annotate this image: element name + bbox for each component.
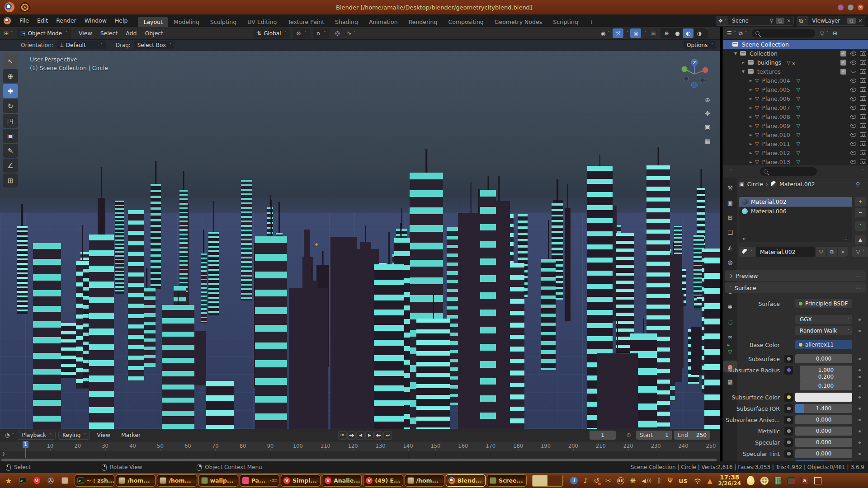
disclosure-right-icon[interactable]: ►	[749, 160, 753, 164]
next-keyframe-button[interactable]: ◆▸	[374, 431, 383, 440]
books-icon[interactable]	[788, 477, 795, 484]
keyframe-decorator-dot[interactable]	[859, 376, 861, 378]
expand-arrow-icon[interactable]: ►	[727, 343, 730, 347]
tab-rendering[interactable]: Rendering	[403, 17, 443, 27]
disclosure-right-icon[interactable]: ►	[741, 61, 745, 65]
eye-visibility-icon[interactable]	[848, 115, 858, 119]
camera-render-icon[interactable]	[858, 160, 868, 164]
info-icon[interactable]: i	[570, 477, 578, 484]
property-field-subsurface-color[interactable]	[795, 393, 852, 402]
timeline-editor-dropdown[interactable]: ◔˅	[4, 431, 15, 440]
pause-icon[interactable]: ▮▮	[617, 477, 624, 484]
frame-start-field[interactable]: Start1	[636, 431, 672, 440]
timeline-view-menu[interactable]: View	[93, 429, 114, 441]
bluetooth-icon[interactable]: ᛒ	[657, 477, 661, 485]
frame-end-field[interactable]: End250	[674, 431, 710, 440]
disclosure-down-icon[interactable]: ▼	[733, 52, 738, 56]
window-shade-button[interactable]	[838, 5, 844, 10]
pin-icon[interactable]: ⚲	[856, 181, 860, 188]
notification-bulb-icon[interactable]: ❋	[630, 477, 636, 485]
properties-tab-scene[interactable]: ◭	[723, 241, 737, 253]
properties-tab-output[interactable]: ⊟	[723, 211, 737, 223]
viewlayer-selector[interactable]: ⧉˅ ViewLayer ⧉ ×	[797, 16, 865, 26]
editor-type-dropdown[interactable]: ⊞˅	[3, 28, 14, 38]
outliner-row-collection[interactable]: ▼Collection✓	[723, 49, 868, 58]
keyframe-decorator-dot[interactable]	[859, 441, 861, 444]
socket-toggle[interactable]	[784, 450, 793, 458]
clock[interactable]: 17:382/26/24	[718, 474, 741, 487]
playhead[interactable]: 1	[23, 441, 28, 448]
tool-measure[interactable]: ∠	[3, 159, 18, 173]
property-field-subsurface-aniso-[interactable]: 0.000	[795, 415, 852, 424]
workspace-1[interactable]	[533, 475, 547, 486]
properties-tab-world[interactable]: ◍	[723, 256, 737, 268]
socket-toggle[interactable]	[784, 393, 793, 402]
menu-render[interactable]: Render	[52, 14, 80, 27]
proportional-falloff-dropdown[interactable]: ∿˅	[345, 28, 357, 38]
socket-toggle[interactable]	[784, 355, 793, 363]
navigation-gizmo[interactable]: Z	[677, 57, 712, 91]
property-field-subsurface-ior[interactable]: 1.400	[795, 404, 852, 413]
viewlayer-name[interactable]: ViewLayer	[808, 18, 847, 24]
eye-visibility-icon[interactable]	[848, 79, 858, 83]
terminal-launcher[interactable]: >_	[17, 475, 28, 486]
outliner-filter-dropdown[interactable]: ▽˅	[819, 28, 830, 38]
outliner-row-plane-004[interactable]: ►▽Plane.004▽	[723, 76, 868, 85]
menu-star-launcher[interactable]: ★	[3, 475, 14, 486]
keyframe-decorator-dot[interactable]	[859, 330, 861, 332]
breadcrumb-data[interactable]: Material.002	[779, 181, 815, 188]
jump-to-end-button[interactable]: ⏭	[383, 431, 392, 440]
disclosure-right-icon[interactable]: ►	[749, 88, 753, 92]
fake-user-shield-button[interactable]: ⛉	[816, 247, 826, 257]
keyframe-decorator-dot[interactable]	[859, 419, 861, 421]
camera-render-icon[interactable]	[858, 87, 868, 92]
new-collection-button[interactable]: ⊞	[830, 28, 840, 38]
calculator-icon[interactable]	[774, 477, 782, 485]
outliner-row-plane-010[interactable]: ►▽Plane.010▽	[723, 130, 868, 139]
keyframe-decorator-dot[interactable]	[859, 385, 861, 387]
shading-solid-button[interactable]: ●	[672, 28, 683, 38]
package-launcher[interactable]	[59, 475, 70, 486]
outliner-row-plane-006[interactable]: ►▽Plane.006▽	[723, 94, 868, 103]
taskbar-window-pa-[interactable]: Pa...◁𝄙	[240, 474, 279, 487]
taskbar-window--hom-[interactable]: /hom...	[405, 474, 444, 487]
tab--[interactable]: +	[584, 17, 599, 27]
keying-menu[interactable]: Keying˅	[58, 431, 90, 440]
snap-magnet-toggle[interactable]: ∩˅	[313, 28, 330, 38]
timeline-ruler[interactable]: 1020304050607080901001101201301401501601…	[0, 441, 720, 451]
shading-material-button[interactable]: ◐	[683, 28, 693, 38]
camera-render-icon[interactable]	[858, 60, 868, 65]
eye-visibility-icon[interactable]	[848, 106, 858, 110]
tool-move[interactable]: ✚	[3, 84, 18, 98]
outliner-row-plane-007[interactable]: ►▽Plane.007▽	[723, 103, 868, 112]
timeline-track[interactable]: ❯	[0, 451, 720, 458]
outliner-display-mode-dropdown[interactable]: ⧉˅	[737, 28, 748, 38]
3d-viewport[interactable]: User Perspective (1) Scene Collection | …	[0, 51, 720, 429]
eye-visibility-icon[interactable]	[848, 160, 858, 164]
property-field-specular-tint[interactable]: 0.000	[795, 449, 852, 458]
scene-icon[interactable]: ❖˅	[716, 16, 729, 25]
outliner-row-textures[interactable]: ▼textures✓	[723, 67, 868, 76]
outliner-row-plane-012[interactable]: ►▽Plane.012▽	[723, 148, 868, 157]
music-icon[interactable]: ♪	[584, 477, 588, 485]
taskbar-window--zsh-[interactable]: >_~ : zsh...	[75, 474, 114, 487]
timeline-marker-menu[interactable]: Marker	[117, 429, 145, 441]
prev-keyframe-button[interactable]: ◂◆	[347, 431, 356, 440]
eye-visibility-icon[interactable]	[848, 124, 858, 128]
tool-transform[interactable]: ▣	[3, 129, 18, 143]
disclosure-right-icon[interactable]: ►	[749, 115, 753, 119]
wifi-icon[interactable]	[693, 478, 702, 484]
material-name-field[interactable]: Material.002	[756, 247, 815, 257]
property-field-surface[interactable]: Principled BSDF	[795, 299, 852, 308]
camera-render-icon[interactable]	[858, 132, 868, 137]
options-dropdown[interactable]: Options˅	[684, 41, 716, 49]
play-reverse-button[interactable]: ◀	[356, 431, 365, 440]
blender-menu-icon[interactable]	[4, 17, 11, 24]
camera-render-icon[interactable]	[858, 114, 868, 119]
taskbar-window-blend-[interactable]: Blend...	[446, 474, 486, 487]
tool-select-box[interactable]: ↖	[3, 54, 18, 68]
keyframe-decorator-dot[interactable]	[859, 430, 861, 432]
properties-options-dropdown[interactable]: ˅	[862, 169, 864, 174]
disclosure-right-icon[interactable]: ►	[749, 133, 753, 137]
property-field-base-color[interactable]: alientex11	[795, 340, 852, 349]
